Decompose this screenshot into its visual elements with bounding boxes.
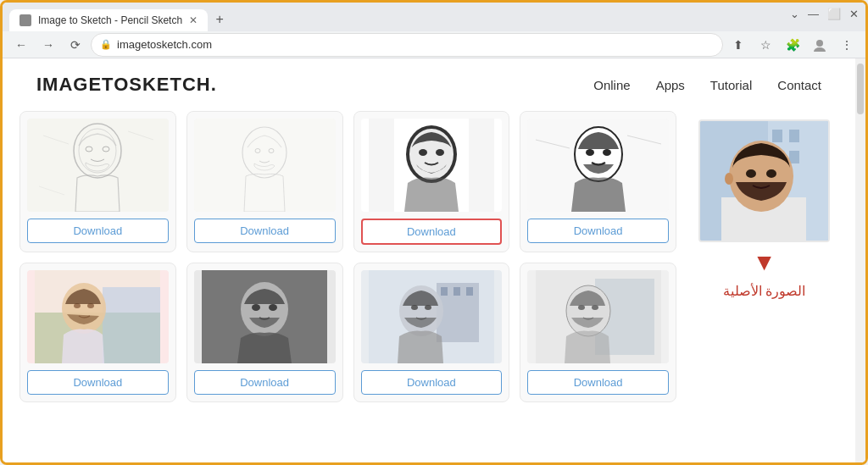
- download-button-3[interactable]: Download: [361, 219, 503, 245]
- minimize-button[interactable]: —: [808, 8, 819, 20]
- browser-toolbar: ← → ⟳ 🔒 imagetosketch.com ⬆ ☆ 🧩 ⋮: [3, 31, 865, 58]
- maximize-button[interactable]: ⬜: [827, 8, 841, 20]
- address-bar[interactable]: 🔒 imagetosketch.com: [91, 33, 723, 57]
- original-photo: [698, 119, 830, 242]
- svg-point-0: [816, 40, 823, 47]
- svg-rect-54: [789, 130, 799, 142]
- download-button-8[interactable]: Download: [527, 370, 669, 395]
- sketch-image-8: [527, 270, 669, 363]
- scrollbar-thumb[interactable]: [857, 64, 864, 114]
- svg-point-37: [269, 304, 277, 311]
- tab-title: Image to Sketch - Pencil Sketch: [38, 14, 182, 26]
- svg-rect-53: [772, 130, 782, 142]
- url-text: imagetosketch.com: [117, 38, 212, 51]
- share-icon[interactable]: ⬆: [726, 33, 750, 57]
- sketch-card-5: Download: [19, 263, 176, 402]
- site-logo: IMAGETOSKETCH.: [36, 74, 217, 96]
- svg-rect-19: [369, 119, 394, 212]
- download-button-2[interactable]: Download: [194, 219, 336, 243]
- download-button-7[interactable]: Download: [361, 370, 503, 395]
- profile-icon[interactable]: [808, 33, 832, 57]
- original-label: الصورة الأصلية: [723, 283, 805, 299]
- window-controls: ⌄ — ⬜ ✕: [790, 8, 859, 20]
- svg-point-59: [746, 169, 756, 178]
- svg-rect-2: [35, 119, 160, 212]
- sketch-image-3: [361, 119, 503, 212]
- sketch-image-6: [194, 270, 336, 363]
- star-icon[interactable]: ☆: [754, 33, 777, 57]
- browser-window: Image to Sketch - Pencil Sketch ✕ + ⌄ — …: [0, 0, 868, 465]
- svg-point-61: [725, 173, 733, 185]
- sketch-image-1: [27, 119, 169, 212]
- svg-point-1: [814, 47, 826, 52]
- site-header: IMAGETOSKETCH. Online Apps Tutorial Cont…: [3, 58, 855, 111]
- sketch-container: Download: [3, 111, 855, 419]
- download-arrow: ▼: [753, 249, 776, 276]
- tab-close-button[interactable]: ✕: [189, 14, 198, 26]
- sidebar-panel: ▼ الصورة الأصلية: [690, 111, 838, 402]
- chevron-icon[interactable]: ⌄: [790, 8, 799, 20]
- nav-apps[interactable]: Apps: [656, 78, 685, 92]
- svg-point-17: [419, 149, 427, 156]
- lock-icon: 🔒: [100, 39, 112, 50]
- toolbar-right: ⬆ ☆ 🧩 ⋮: [726, 33, 859, 57]
- sketch-image-4: [527, 119, 669, 212]
- tab-favicon: [19, 14, 31, 26]
- download-button-1[interactable]: Download: [27, 219, 169, 243]
- svg-rect-42: [466, 287, 473, 296]
- sketch-card-2: Download: [186, 111, 343, 252]
- download-button-5[interactable]: Download: [27, 370, 169, 395]
- close-button[interactable]: ✕: [849, 8, 859, 20]
- svg-point-24: [603, 149, 611, 156]
- svg-point-36: [252, 304, 260, 311]
- tab-bar: Image to Sketch - Pencil Sketch ✕ + ⌄ — …: [3, 3, 865, 31]
- sketch-image-7: [361, 270, 503, 363]
- svg-point-60: [766, 169, 776, 178]
- nav-tutorial[interactable]: Tutorial: [710, 78, 752, 92]
- svg-rect-56: [789, 151, 799, 163]
- sketch-card-8: Download: [520, 263, 676, 402]
- sketch-card-6: Download: [186, 263, 343, 402]
- download-button-4[interactable]: Download: [527, 219, 669, 243]
- svg-rect-10: [202, 119, 327, 212]
- sketch-image-5: [27, 270, 169, 363]
- extensions-icon[interactable]: 🧩: [781, 33, 804, 57]
- sketches-grid: Download: [19, 111, 676, 402]
- sketch-card-7: Download: [353, 263, 510, 402]
- svg-point-18: [436, 149, 444, 156]
- site-nav: Online Apps Tutorial Contact: [593, 78, 821, 92]
- svg-point-23: [586, 149, 594, 156]
- download-button-6[interactable]: Download: [194, 370, 336, 395]
- forward-button[interactable]: →: [36, 33, 60, 57]
- sketch-card-3: Download: [353, 111, 510, 252]
- active-tab[interactable]: Image to Sketch - Pencil Sketch ✕: [9, 9, 208, 31]
- sketch-card-1: Download: [19, 111, 176, 252]
- sketch-card-4: Download: [520, 111, 676, 252]
- new-tab-button[interactable]: +: [208, 8, 231, 31]
- sketch-image-2: [194, 119, 336, 212]
- svg-rect-20: [469, 119, 494, 212]
- refresh-button[interactable]: ⟳: [64, 33, 87, 57]
- svg-rect-40: [441, 287, 448, 296]
- svg-rect-41: [453, 287, 460, 296]
- nav-online[interactable]: Online: [593, 78, 630, 92]
- nav-contact[interactable]: Contact: [777, 78, 821, 92]
- menu-icon[interactable]: ⋮: [835, 33, 859, 57]
- main-area: IMAGETOSKETCH. Online Apps Tutorial Cont…: [3, 58, 855, 462]
- page-content: IMAGETOSKETCH. Online Apps Tutorial Cont…: [3, 58, 865, 462]
- back-button[interactable]: ←: [9, 33, 33, 57]
- scrollbar-track[interactable]: [855, 58, 865, 462]
- svg-rect-29: [103, 287, 160, 363]
